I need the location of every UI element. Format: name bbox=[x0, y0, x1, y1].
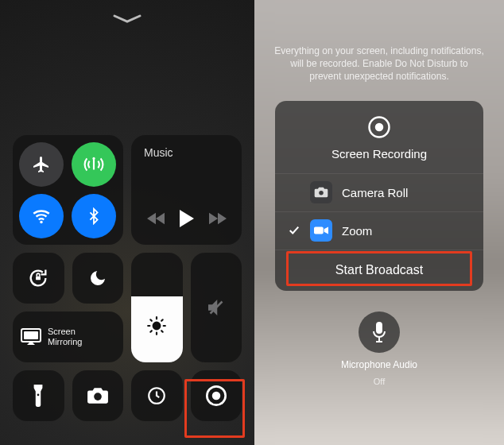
microphone-block: Microphone Audio Off bbox=[341, 312, 417, 386]
next-track-icon[interactable] bbox=[209, 212, 227, 225]
destination-camera-roll[interactable]: Camera Roll bbox=[275, 173, 483, 211]
mute-icon bbox=[204, 296, 228, 319]
music-controls bbox=[147, 210, 227, 227]
zoom-app-icon bbox=[310, 219, 332, 242]
bluetooth-icon bbox=[85, 207, 103, 225]
destination-label: Camera Roll bbox=[342, 186, 408, 199]
airplane-mode-button[interactable] bbox=[19, 142, 64, 187]
bluetooth-button[interactable] bbox=[72, 194, 116, 238]
flashlight-icon bbox=[32, 385, 45, 407]
checkmark-icon bbox=[288, 225, 300, 236]
record-icon bbox=[205, 385, 227, 407]
music-tile[interactable]: Music bbox=[131, 135, 242, 245]
svg-point-13 bbox=[319, 191, 324, 195]
wifi-button[interactable] bbox=[19, 194, 64, 238]
recording-info-text: Everything on your screen, including not… bbox=[254, 0, 504, 83]
record-icon bbox=[367, 115, 391, 139]
cellular-data-button[interactable] bbox=[72, 142, 116, 187]
destination-zoom[interactable]: Zoom bbox=[275, 211, 483, 250]
svg-point-0 bbox=[92, 157, 95, 159]
microphone-icon bbox=[370, 322, 388, 342]
orientation-lock-button[interactable] bbox=[13, 253, 64, 304]
control-center-panel: Music bbox=[0, 0, 254, 445]
wifi-icon bbox=[31, 206, 52, 226]
screen-mirroring-label: Screen Mirroring bbox=[48, 327, 82, 347]
orientation-lock-icon bbox=[27, 267, 49, 289]
microphone-label: Microphone Audio bbox=[341, 359, 417, 370]
timer-button[interactable] bbox=[131, 370, 183, 421]
volume-slider[interactable] bbox=[191, 253, 242, 362]
start-broadcast-label: Start Broadcast bbox=[335, 263, 423, 277]
svg-point-6 bbox=[37, 394, 40, 397]
camera-icon bbox=[87, 387, 109, 404]
camera-button[interactable] bbox=[72, 370, 124, 421]
screen-record-button[interactable] bbox=[191, 370, 242, 421]
moon-icon bbox=[88, 269, 107, 288]
microphone-state: Off bbox=[374, 377, 385, 386]
destination-label: Zoom bbox=[342, 224, 372, 238]
brightness-icon bbox=[146, 315, 167, 336]
svg-rect-14 bbox=[314, 227, 324, 234]
sheet-title: Screen Recording bbox=[331, 147, 427, 161]
connectivity-group bbox=[13, 135, 123, 245]
microphone-toggle[interactable] bbox=[359, 312, 400, 353]
prev-track-icon[interactable] bbox=[147, 212, 165, 225]
screen-recording-sheet-panel: Everything on your screen, including not… bbox=[254, 0, 504, 445]
play-icon[interactable] bbox=[179, 210, 195, 227]
sheet-header: Screen Recording bbox=[275, 101, 483, 173]
airplane-icon bbox=[32, 155, 51, 174]
camera-roll-icon bbox=[310, 181, 332, 203]
svg-rect-15 bbox=[376, 322, 382, 334]
svg-point-3 bbox=[153, 323, 161, 330]
svg-point-10 bbox=[212, 392, 221, 400]
timer-icon bbox=[146, 385, 167, 406]
brightness-slider[interactable] bbox=[131, 253, 183, 362]
cellular-icon bbox=[83, 154, 104, 175]
recording-sheet: Screen Recording Camera Roll Zoom Start … bbox=[275, 101, 483, 291]
start-broadcast-button[interactable]: Start Broadcast bbox=[275, 250, 483, 291]
svg-point-7 bbox=[94, 393, 102, 400]
screen-mirroring-button[interactable]: Screen Mirroring bbox=[13, 312, 123, 362]
svg-point-1 bbox=[40, 220, 42, 222]
svg-point-12 bbox=[375, 122, 384, 131]
flashlight-button[interactable] bbox=[13, 370, 64, 421]
svg-rect-2 bbox=[36, 277, 41, 281]
music-label: Music bbox=[139, 146, 173, 159]
airplay-icon bbox=[21, 328, 41, 346]
do-not-disturb-button[interactable] bbox=[72, 253, 124, 304]
pull-down-indicator bbox=[10, 10, 245, 34]
svg-rect-5 bbox=[24, 331, 38, 339]
